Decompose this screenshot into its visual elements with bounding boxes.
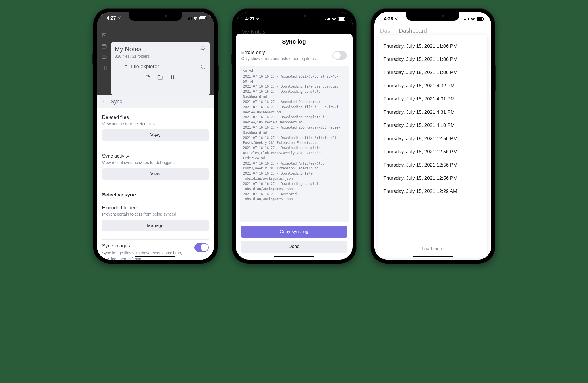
done-button[interactable]: Done	[241, 241, 347, 253]
behind-tab-label: Das	[380, 28, 390, 34]
version-history-item[interactable]: Thursday, July 15, 2021 12:56 PM	[384, 145, 482, 158]
svg-rect-0	[102, 44, 106, 48]
device-notch	[268, 12, 321, 21]
sort-icon[interactable]	[170, 74, 175, 81]
version-history-item[interactable]: Thursday, July 15, 2021 12:29 AM	[384, 185, 482, 198]
back-arrow-icon[interactable]: ←	[102, 99, 107, 105]
folder-icon	[122, 64, 128, 69]
pin-icon[interactable]	[200, 45, 206, 51]
excluded-folders-title: Excluded folders	[102, 205, 209, 211]
sync-images-desc: Sync image files with these extensions: …	[102, 250, 191, 260]
sheet-header[interactable]: ← Sync	[97, 95, 214, 108]
phone3-header-peek: Das Dashboard	[380, 28, 486, 34]
divider	[102, 201, 209, 201]
clock: 4:28	[384, 16, 393, 22]
errors-only-desc: Only show errors and hide other log item…	[241, 56, 317, 61]
location-icon	[256, 17, 259, 21]
phone3-surface: 4:28 Das Dashboard Thursday	[374, 12, 491, 260]
clock: 4:27	[107, 16, 116, 21]
sidebar-icon-3[interactable]	[102, 55, 107, 60]
sync-log-title: Sync log	[236, 34, 353, 49]
location-icon	[394, 17, 398, 21]
vault-title: My Notes	[115, 45, 150, 53]
sync-settings-sheet: ← Sync Deleted files View and restore de…	[97, 95, 214, 260]
sidebar-icon-4[interactable]	[102, 65, 107, 71]
deleted-files-desc: View and restore deleted files.	[102, 121, 209, 126]
screen-3: 4:28 Das Dashboard Thursday	[374, 12, 491, 260]
version-history-item[interactable]: Thursday, July 15, 2021 4:10 PM	[384, 119, 482, 132]
file-explorer-label: File explorer	[131, 64, 159, 70]
location-icon	[117, 16, 121, 20]
errors-only-title: Errors only	[241, 50, 317, 55]
version-history-list[interactable]: Thursday, July 15, 2021 11:06 PMThursday…	[384, 40, 482, 245]
sync-images-toggle[interactable]	[194, 243, 209, 252]
wifi-icon	[470, 17, 475, 21]
version-history-item[interactable]: Thursday, July 15, 2021 11:06 PM	[384, 66, 482, 79]
cell-signal-icon	[187, 17, 192, 20]
version-history-modal: Thursday, July 15, 2021 11:06 PMThursday…	[378, 35, 487, 258]
sync-images-title: Sync images	[102, 243, 191, 249]
svg-rect-1	[102, 56, 106, 59]
version-history-item[interactable]: Thursday, July 15, 2021 4:31 PM	[384, 92, 482, 106]
selective-sync-heading: Selective sync	[102, 189, 209, 200]
version-history-item[interactable]: Thursday, July 15, 2021 4:32 PM	[384, 79, 482, 92]
version-history-item[interactable]: Thursday, July 15, 2021 11:06 PM	[384, 53, 482, 66]
cell-signal-icon	[325, 18, 330, 20]
sync-activity-view-button[interactable]: View	[102, 168, 209, 180]
expand-icon[interactable]	[201, 64, 206, 69]
battery-icon	[338, 17, 345, 21]
version-history-item[interactable]: Thursday, July 15, 2021 12:56 PM	[384, 172, 482, 185]
excluded-folders-desc: Prevent certain folders from being synce…	[102, 212, 209, 216]
home-indicator[interactable]	[274, 256, 314, 257]
phone-frame-1: 4:27	[93, 8, 218, 264]
version-history-item[interactable]: Thursday, July 15, 2021 12:56 PM	[384, 158, 482, 172]
copy-sync-log-button[interactable]: Copy sync log	[241, 226, 347, 238]
back-icon[interactable]: ←	[115, 64, 119, 69]
wifi-icon	[193, 16, 198, 20]
screen-1: 4:27	[97, 12, 214, 260]
sync-log-modal: Sync log Errors only Only show errors an…	[236, 34, 353, 260]
phone1-surface: 4:27	[97, 12, 214, 260]
wifi-icon	[332, 17, 336, 21]
sync-activity-title: Sync activity	[102, 153, 209, 159]
excluded-folders-manage-button[interactable]: Manage	[102, 220, 209, 231]
divider	[102, 149, 209, 149]
version-history-item[interactable]: Thursday, July 15, 2021 12:56 PM	[384, 132, 482, 145]
screen-2: 4:27 My Notes Sync log	[236, 12, 353, 260]
deleted-files-title: Deleted files	[102, 115, 209, 120]
device-notch	[129, 12, 182, 21]
sync-log-textarea[interactable]: 50.md 2021-07-16 16:27 - Accepted 2021-0…	[240, 66, 349, 222]
sheet-title: Sync	[111, 99, 122, 105]
errors-only-toggle[interactable]	[332, 51, 347, 60]
new-file-icon[interactable]	[145, 74, 151, 81]
vault-file-count: 326 files, 31 folders	[115, 54, 150, 59]
cell-signal-icon	[464, 18, 469, 20]
sidebar-icon-2[interactable]	[102, 44, 107, 49]
deleted-files-view-button[interactable]: View	[102, 129, 209, 141]
new-folder-icon[interactable]	[157, 74, 163, 81]
version-history-item[interactable]: Thursday, July 15, 2021 11:06 PM	[384, 40, 482, 53]
home-indicator[interactable]	[413, 256, 453, 257]
sidebar-icon-1[interactable]	[102, 33, 107, 38]
device-notch	[406, 12, 459, 21]
version-history-item[interactable]: Thursday, July 15, 2021 4:31 PM	[384, 106, 482, 119]
battery-icon	[199, 16, 206, 20]
home-indicator[interactable]	[135, 256, 175, 257]
clock: 4:27	[245, 16, 255, 22]
vault-panel: My Notes 326 files, 31 folders ← File ex…	[111, 42, 210, 95]
dashboard-title: Dashboard	[399, 28, 427, 34]
battery-icon	[477, 17, 484, 21]
phone-frame-2: 4:27 My Notes Sync log	[232, 8, 357, 264]
phone1-dim-layer: 4:27	[97, 12, 214, 95]
divider	[102, 239, 209, 240]
phone-frame-3: 4:28 Das Dashboard Thursday	[370, 8, 495, 264]
sync-activity-desc: View recent sync activities for debuggin…	[102, 160, 209, 165]
divider	[102, 188, 209, 188]
load-more-button[interactable]: Load more	[384, 245, 482, 253]
